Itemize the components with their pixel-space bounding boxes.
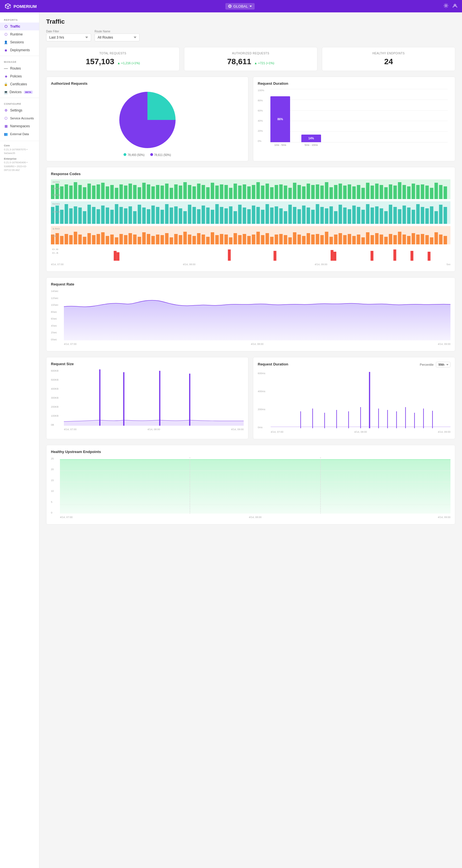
svg-rect-253: [348, 234, 351, 244]
svg-rect-158: [325, 208, 328, 224]
svg-rect-169: [375, 206, 378, 224]
sidebar-item-settings[interactable]: Settings: [0, 106, 39, 114]
svg-rect-155: [311, 210, 315, 224]
svg-rect-100: [60, 210, 63, 224]
y-axis: 100%80%60%40%20%0%: [258, 89, 266, 143]
svg-rect-154: [307, 208, 310, 224]
sidebar-item-external-data[interactable]: External Data: [0, 130, 39, 138]
svg-rect-134: [215, 204, 219, 224]
svg-rect-203: [119, 234, 123, 244]
svg-rect-279: [117, 252, 119, 261]
svg-rect-55: [270, 187, 273, 199]
svg-rect-25: [133, 185, 136, 199]
percentile-select[interactable]: 99th 50th 75th 90th 95th: [436, 362, 451, 367]
svg-rect-171: [384, 211, 388, 224]
svg-rect-262: [389, 234, 392, 244]
svg-rect-269: [421, 234, 424, 244]
svg-rect-255: [357, 235, 360, 244]
response-codes-title: Response Codes: [51, 172, 451, 176]
sidebar-item-devices[interactable]: Devices BETA: [0, 88, 39, 96]
svg-rect-60: [293, 183, 296, 199]
configure-label: CONFIGURE: [0, 100, 39, 106]
external-data-icon: [4, 132, 8, 136]
environment-selector[interactable]: GLOBAL: [225, 3, 255, 9]
svg-rect-240: [288, 237, 292, 244]
svg-text:100: 100: [52, 193, 60, 196]
svg-rect-139: [238, 205, 241, 224]
svg-rect-149: [284, 211, 287, 224]
healthy-endpoints-title: Healthy Upstream Endpoints: [51, 450, 451, 454]
sidebar-section-reports: REPORTS Traffic Runtime Sessions Deploym…: [0, 16, 39, 54]
svg-rect-184: [444, 207, 447, 224]
svg-rect-261: [384, 237, 388, 244]
svg-text:200: 200: [52, 187, 60, 189]
svg-rect-214: [170, 237, 173, 244]
svg-rect-237: [275, 235, 278, 244]
sidebar-item-sessions[interactable]: Sessions: [0, 38, 39, 46]
svg-rect-103: [74, 206, 77, 224]
sidebar-item-namespaces[interactable]: Namespaces: [0, 122, 39, 130]
svg-rect-16: [92, 186, 95, 199]
stat-card-healthy-endpoints: HEALTHY ENDPOINTS 24: [322, 47, 455, 71]
svg-rect-223: [211, 232, 214, 244]
svg-rect-141: [247, 209, 251, 224]
sidebar-item-runtime[interactable]: Runtime: [0, 30, 39, 38]
healthy-endpoints-y-axis: 2520151050: [51, 457, 58, 520]
svg-rect-51: [252, 185, 255, 199]
stats-row: TOTAL REQUESTS 157,103 ▲ +1,216 (+1%) AU…: [46, 47, 455, 71]
svg-rect-143: [256, 207, 260, 224]
date-filter-select[interactable]: Last 3 hrs Last 1 hr Last 6 hrs Last 12 …: [46, 33, 91, 41]
svg-rect-163: [348, 209, 351, 224]
svg-rect-138: [234, 211, 237, 224]
bar-1: 86%: [270, 96, 290, 142]
route-filter-select[interactable]: All Routes: [95, 33, 139, 41]
time-label-2: 4/14, 08:00: [183, 263, 196, 266]
svg-rect-174: [398, 209, 401, 224]
sidebar-item-routes[interactable]: Routes: [0, 64, 39, 72]
sidebar-item-deployments[interactable]: Deployments: [0, 46, 39, 54]
svg-rect-32: [165, 184, 169, 199]
request-size-card: Request Size 600KB500KB400KB300KB200KB10…: [46, 357, 249, 439]
svg-rect-18: [101, 183, 105, 199]
svg-rect-198: [97, 234, 100, 244]
svg-rect-122: [160, 210, 164, 224]
svg-rect-160: [334, 211, 337, 224]
sidebar-item-certificates[interactable]: Certificates: [0, 80, 39, 88]
svg-rect-199: [101, 232, 105, 244]
svg-rect-179: [421, 207, 424, 224]
svg-rect-191: [65, 234, 68, 244]
svg-rect-200: [106, 236, 109, 244]
svg-rect-93: [444, 186, 447, 199]
svg-rect-278: [114, 251, 117, 261]
svg-rect-42: [211, 183, 214, 199]
logo: POMERIUM: [4, 3, 37, 9]
svg-point-4: [454, 4, 456, 6]
user-nav-icon[interactable]: [453, 3, 458, 9]
percentile-label: Percentile: [420, 363, 434, 366]
sidebar-section-configure: CONFIGURE Settings Service Accounts Name…: [0, 100, 39, 138]
sidebar-item-policies[interactable]: Policies: [0, 72, 39, 80]
request-size-y-axis: 600KB500KB400KB300KB200KB100KB0B: [51, 369, 62, 432]
percentile-row: Percentile 99th 50th 75th 90th 95th: [420, 362, 451, 367]
svg-text:250: 250: [52, 210, 60, 213]
5xx-chart: 0.8 0.4: [51, 247, 451, 262]
sidebar-item-service-accounts[interactable]: Service Accounts: [0, 114, 39, 122]
svg-rect-247: [320, 235, 324, 244]
svg-rect-274: [444, 236, 447, 244]
sidebar-item-traffic[interactable]: Traffic: [0, 23, 39, 30]
svg-rect-56: [275, 185, 278, 199]
svg-rect-12: [74, 182, 77, 199]
svg-rect-81: [389, 184, 392, 199]
certificates-icon: [4, 82, 8, 86]
svg-rect-53: [261, 186, 264, 199]
svg-rect-135: [220, 207, 223, 224]
total-requests-value: 157,103 ▲ +1,216 (+1%): [52, 57, 174, 66]
response-codes-time-labels: 4/14, 07:00 4/14, 08:00 4/14, 09:00 5xx: [51, 262, 451, 267]
bar-group-1: 86%: [270, 96, 290, 142]
svg-rect-118: [142, 208, 146, 224]
svg-rect-265: [403, 235, 406, 244]
svg-rect-112: [115, 204, 118, 224]
settings-nav-icon[interactable]: [443, 3, 449, 9]
svg-rect-128: [188, 205, 191, 224]
request-rate-chart: 14/sec12/sec10/sec8/sec6/sec4/sec2/sec0/…: [51, 290, 451, 347]
